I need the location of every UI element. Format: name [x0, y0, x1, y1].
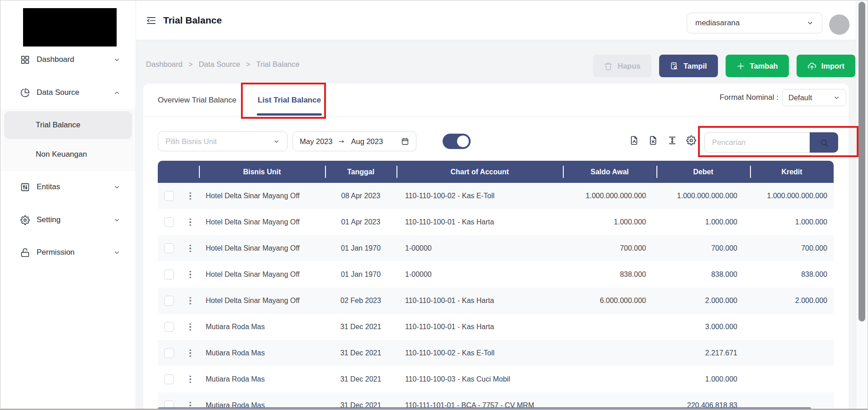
content-card: Overview Trial Balance List Trial Balanc… — [143, 84, 849, 410]
collapse-sidebar-icon[interactable] — [146, 15, 156, 26]
col-bisnis-unit: Bisnis Unit — [199, 168, 325, 176]
row-checkbox[interactable] — [164, 322, 174, 332]
tab-overview-trial-balance[interactable]: Overview Trial Balance — [151, 84, 244, 117]
cell-tanggal: 01 Jan 1970 — [325, 244, 396, 252]
import-button[interactable]: Import — [797, 55, 855, 77]
toggle-switch[interactable] — [443, 134, 471, 149]
page-scrollbar-thumb[interactable] — [859, 2, 865, 321]
breadcrumb-separator: > — [189, 60, 193, 69]
cell-debet: 2.217.671 — [656, 349, 750, 357]
hapus-button[interactable]: Hapus — [593, 55, 651, 77]
row-actions-icon[interactable] — [188, 217, 193, 228]
hapus-label: Hapus — [618, 62, 640, 70]
data-source-submenu: Trial Balance Non Keuangan — [0, 109, 136, 171]
tab-list-trial-balance[interactable]: List Trial Balance — [257, 84, 322, 117]
cell-bisnis-unit: Hotel Delta Sinar Mayang Off — [199, 270, 325, 279]
avatar[interactable] — [829, 14, 849, 35]
cell-chart-of-account: 110-110-100-01 - Kas Harta — [396, 218, 563, 226]
breadcrumb-trial-balance[interactable]: Trial Balance — [256, 60, 300, 69]
sidebar-item-dashboard[interactable]: Dashboard — [0, 49, 136, 70]
cell-debet: 1.000.000 — [656, 375, 750, 383]
pie-chart-icon — [20, 88, 30, 98]
sidebar-item-permission[interactable]: Permission — [0, 242, 136, 263]
active-tab-indicator — [257, 113, 322, 116]
search-button[interactable] — [810, 132, 838, 153]
format-nominal-select[interactable]: Default — [782, 89, 846, 106]
breadcrumb-dashboard[interactable]: Dashboard — [146, 60, 183, 69]
sidebar-item-non-keuangan[interactable]: Non Keuangan — [0, 140, 136, 168]
row-checkbox[interactable] — [164, 270, 174, 280]
page-title: Trial Balance — [163, 15, 222, 26]
arrow-right-icon — [338, 138, 345, 145]
row-checkbox[interactable] — [164, 243, 174, 253]
cell-chart-of-account: 110-110-100-02 - Kas E-Toll — [396, 192, 563, 200]
page-scrollbar-track — [856, 0, 868, 409]
cell-tanggal: 02 Feb 2023 — [325, 297, 396, 305]
row-actions-icon[interactable] — [188, 348, 193, 359]
upload-cloud-icon — [807, 61, 816, 70]
company-select[interactable]: mediasarana — [687, 13, 822, 33]
row-actions-icon[interactable] — [188, 374, 193, 385]
row-checkbox[interactable] — [164, 374, 174, 384]
export-pdf-icon[interactable] — [629, 135, 639, 145]
chevron-down-icon — [113, 249, 120, 256]
cell-chart-of-account: 110-110-100-03 - Kas Cuci Mobil — [396, 375, 563, 383]
company-select-value: mediasarana — [695, 19, 740, 28]
row-checkbox[interactable] — [164, 191, 174, 201]
chevron-down-icon — [833, 94, 840, 101]
sidebar-item-trial-balance[interactable]: Trial Balance — [4, 111, 132, 139]
sidebar: Dashboard Data Source Trial Balance Non … — [0, 0, 136, 409]
sidebar-item-data-source[interactable]: Data Source — [0, 82, 136, 103]
sidebar-item-setting[interactable]: Setting — [0, 210, 136, 230]
cell-debet: 1.000.000 — [656, 218, 750, 226]
row-checkbox[interactable] — [164, 296, 174, 306]
unlock-icon — [20, 248, 30, 257]
row-actions-icon[interactable] — [188, 269, 193, 280]
tampil-button[interactable]: Tampil — [659, 55, 718, 77]
tambah-label: Tambah — [750, 62, 778, 70]
sidebar-item-label: Non Keuangan — [36, 150, 87, 159]
app-logo — [23, 8, 117, 47]
cell-kredit: 1.000.000.000.000 — [750, 192, 834, 200]
cell-kredit: 2.000.000 — [750, 297, 834, 305]
col-kredit: Kredit — [750, 168, 834, 176]
row-checkbox[interactable] — [164, 348, 174, 358]
chevron-down-icon — [113, 56, 120, 63]
text-height-icon[interactable] — [667, 135, 677, 145]
cell-tanggal: 01 Jan 1970 — [325, 270, 396, 279]
col-tanggal: Tanggal — [325, 168, 396, 176]
search-input[interactable] — [704, 132, 810, 153]
export-excel-icon[interactable] — [648, 135, 658, 145]
search-box — [704, 132, 838, 153]
row-actions-icon[interactable] — [188, 321, 193, 333]
cell-bisnis-unit: Hotel Delta Sinar Mayang Off — [199, 192, 325, 200]
table-row: Hotel Delta Sinar Mayang Off08 Apr 20231… — [158, 183, 834, 209]
sidebar-item-label: Dashboard — [37, 55, 113, 64]
row-actions-icon[interactable] — [188, 191, 193, 202]
bisnis-unit-select[interactable]: Pilih Bisnis Unit — [158, 131, 288, 151]
sidebar-item-entitas[interactable]: Entitas — [0, 177, 136, 197]
cell-chart-of-account: 110-110-100-01 - Kas Harta — [396, 297, 563, 305]
date-from: May 2023 — [300, 137, 332, 146]
sidebar-item-label: Data Source — [37, 88, 113, 97]
col-debet: Debet — [656, 168, 750, 176]
table-row: Mutiara Roda Mas31 Dec 2021110-110-100-0… — [158, 340, 834, 366]
row-checkbox[interactable] — [164, 217, 174, 227]
sidebar-item-label: Permission — [37, 248, 113, 257]
cell-debet: 1.000.000.000.000 — [656, 192, 750, 200]
sidebar-item-label: Entitas — [37, 182, 113, 191]
row-actions-icon[interactable] — [188, 243, 193, 254]
cell-tanggal: 31 Dec 2021 — [325, 349, 396, 357]
table-row: Mutiara Roda Mas31 Dec 2021110-110-100-0… — [158, 314, 834, 340]
breadcrumb-data-source[interactable]: Data Source — [198, 60, 240, 69]
table-horizontal-scrollbar[interactable] — [158, 407, 811, 410]
toggle-knob — [457, 135, 469, 147]
cell-saldo-awal: 838.000 — [563, 270, 656, 279]
date-range-picker[interactable]: May 2023 Aug 2023 — [292, 131, 416, 151]
tambah-button[interactable]: Tambah — [726, 55, 789, 77]
column-settings-gear-icon[interactable] — [686, 135, 696, 145]
calendar-icon — [401, 137, 409, 145]
row-actions-icon[interactable] — [188, 295, 193, 307]
cell-kredit: 838.000 — [750, 270, 834, 279]
cell-tanggal: 31 Dec 2021 — [325, 375, 396, 383]
